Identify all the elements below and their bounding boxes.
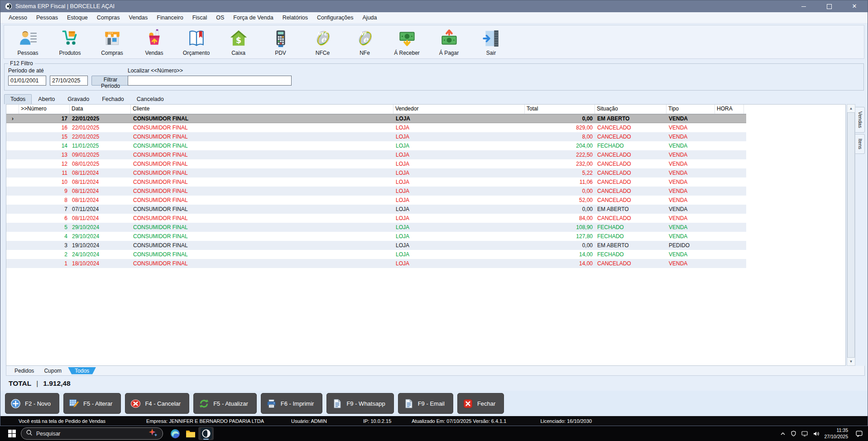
action-button-f2-novo[interactable]: F2 - Novo (5, 393, 59, 414)
menu-item-vendas[interactable]: Vendas (125, 13, 153, 22)
table-row[interactable]: 319/10/2024CONSUMIDOR FINALLOJA0,00EM AB… (6, 241, 746, 250)
scrollbar-thumb[interactable] (847, 112, 855, 358)
column-header-situacao[interactable]: Situação (595, 105, 667, 114)
start-button[interactable] (4, 430, 20, 437)
locate-number-input[interactable] (128, 76, 292, 86)
statusbar-item-0: Você está na tela de Pedido de Vendas (19, 418, 106, 424)
action-button-f5-atualizar[interactable]: F5 - Atualizar (193, 393, 257, 414)
shield-icon[interactable] (791, 431, 796, 436)
toolbar-button-a-receber[interactable]: Á Receber (386, 29, 428, 56)
table-row[interactable]: 1008/11/2024CONSUMIDOR FINALLOJA11,06CAN… (6, 177, 746, 187)
scroll-up-icon[interactable]: ▲ (847, 105, 855, 112)
toolbar-button-caixa[interactable]: $Caixa (217, 29, 259, 56)
erp-app-icon[interactable] (198, 427, 214, 440)
tab-gravado[interactable]: Gravado (61, 94, 96, 104)
menu-item-acesso[interactable]: Acesso (4, 13, 32, 22)
cell-total: 232,00 (525, 159, 595, 168)
maximize-button[interactable] (824, 0, 834, 12)
taskbar-clock[interactable]: 11:35 27/10/2025 (824, 427, 848, 440)
table-row[interactable]: 1622/01/2025CONSUMIDOR FINALLOJA829,00CA… (6, 123, 746, 132)
bottom-tab-pedidos[interactable]: Pedidos (11, 367, 38, 374)
tab-fechado[interactable]: Fechado (96, 94, 130, 104)
copilot-icon[interactable] (148, 428, 158, 440)
action-button-f9-email[interactable]: F9 - Email (398, 393, 453, 414)
notification-icon[interactable] (856, 430, 863, 437)
menu-item-financeiro[interactable]: Financeiro (152, 13, 187, 22)
toolbar-button-produtos[interactable]: Produtos (49, 29, 91, 56)
toolbar-button-pdv[interactable]: PDV (259, 29, 302, 56)
table-row[interactable]: 1411/01/2025CONSUMIDOR FINALLOJA204,00FE… (6, 141, 746, 150)
close-button[interactable]: ✕ (849, 0, 859, 12)
menu-item-os[interactable]: OS (211, 13, 229, 22)
menu-item-fiscal[interactable]: Fiscal (188, 13, 212, 22)
table-row[interactable]: ›1722/01/2025CONSUMIDOR FINALLOJA0,00EM … (6, 114, 746, 123)
table-row[interactable]: 1108/11/2024CONSUMIDOR FINALLOJA5,22CANC… (6, 168, 746, 177)
column-header-hora[interactable]: HORA (715, 105, 744, 114)
taskbar-search[interactable]: Pesquisar (21, 427, 163, 440)
vertical-scrollbar[interactable]: ▲ ▼ (847, 104, 855, 366)
tab-aberto[interactable]: Aberto (32, 94, 61, 104)
cell-tipo: VENDA (667, 196, 715, 205)
table-row[interactable]: 224/10/2024CONSUMIDOR FINALLOJA14,00FECH… (6, 250, 746, 259)
file-explorer-icon[interactable] (183, 427, 198, 440)
action-label: F6 - Imprimir (281, 400, 314, 407)
toolbar-button-nfe[interactable]: NFeNFe (344, 29, 386, 56)
action-button-f9-whatsapp[interactable]: F9 - Whatsapp (326, 393, 393, 414)
action-button-f5-alterar[interactable]: F5 - Alterar (63, 393, 121, 414)
search-label: Localizar <<Número>> (128, 67, 183, 74)
side-tab-itens[interactable]: Itens (855, 134, 865, 154)
pos-terminal-icon (271, 29, 290, 48)
table-row[interactable]: 608/11/2024CONSUMIDOR FINALLOJA84,00CANC… (6, 214, 746, 223)
column-header-numero[interactable]: >>Número (19, 105, 70, 114)
action-button-fechar[interactable]: Fechar (457, 393, 504, 414)
cell-data: 08/11/2024 (70, 196, 131, 205)
menu-item-ajuda[interactable]: Ajuda (358, 13, 382, 22)
toolbar-button-orcamento[interactable]: Orçamento (175, 29, 217, 56)
table-row[interactable]: 1309/01/2025CONSUMIDOR FINALLOJA222,50CA… (6, 150, 746, 159)
table-row[interactable]: 707/11/2024CONSUMIDOR FINALLOJA0,00EM AB… (6, 205, 746, 214)
menu-item-compras[interactable]: Compras (92, 13, 125, 22)
table-row[interactable]: 1208/01/2025CONSUMIDOR FINALLOJA232,00CA… (6, 159, 746, 168)
action-button-f6-imprimir[interactable]: F6 - Imprimir (261, 393, 323, 414)
side-tab-vendas[interactable]: Vendas (855, 107, 865, 133)
cell-vendedor: LOJA (393, 123, 525, 132)
minimize-button[interactable] (799, 0, 809, 12)
volume-icon[interactable] (813, 431, 819, 436)
column-header-tipo[interactable]: Tipo (667, 105, 715, 114)
table-row[interactable]: 908/11/2024CONSUMIDOR FINALLOJA0,00CANCE… (6, 187, 746, 196)
nfce-icon: NFCe (313, 29, 332, 48)
toolbar-button-sair[interactable]: Sair (470, 29, 512, 56)
menu-item-configuracoes[interactable]: Configurações (312, 13, 358, 22)
network-icon[interactable] (801, 431, 808, 436)
table-row[interactable]: 1522/01/2025CONSUMIDOR FINALLOJA8,00CANC… (6, 132, 746, 141)
scroll-down-icon[interactable]: ▼ (847, 358, 855, 365)
chevron-up-icon[interactable] (780, 431, 786, 436)
bottom-tab-todos[interactable]: Todos (68, 367, 96, 374)
bottom-tab-cupom[interactable]: Cupom (40, 367, 65, 374)
table-row[interactable]: 529/10/2024CONSUMIDOR FINALLOJA108,90FEC… (6, 223, 746, 232)
tab-todos[interactable]: Todos (4, 94, 32, 104)
toolbar-button-vendas[interactable]: Vendas (133, 29, 175, 56)
column-header-cliente[interactable]: Cliente (131, 105, 393, 114)
table-row[interactable]: 429/10/2024CONSUMIDOR FINALLOJA127,80FEC… (6, 232, 746, 241)
table-row[interactable]: 808/11/2024CONSUMIDOR FINALLOJA52,00CANC… (6, 196, 746, 205)
column-header-total[interactable]: Total (525, 105, 595, 114)
date-to-input[interactable] (50, 76, 88, 86)
menu-item-pessoas[interactable]: Pessoas (32, 13, 62, 22)
svg-text:e: e (363, 34, 369, 44)
toolbar-button-pessoas[interactable]: Pessoas (7, 29, 49, 56)
toolbar-button-compras[interactable]: Compras (91, 29, 133, 56)
tab-cancelado[interactable]: Cancelado (130, 94, 170, 104)
date-from-input[interactable] (8, 76, 46, 86)
toolbar-button-a-pagar[interactable]: Á Pagar (428, 29, 470, 56)
column-header-data[interactable]: Data (70, 105, 131, 114)
menu-item-forca-de-venda[interactable]: Força de Venda (229, 13, 278, 22)
column-header-vendedor[interactable]: Vendedor (393, 105, 525, 114)
menu-item-estoque[interactable]: Estoque (62, 13, 92, 22)
menu-item-relatorios[interactable]: Relatórios (278, 13, 312, 22)
edge-icon[interactable] (168, 427, 183, 440)
toolbar-button-nfce[interactable]: NFCeNFCe (302, 29, 344, 56)
filter-period-button[interactable]: Filtrar Período (91, 76, 129, 86)
action-button-f4-cancelar[interactable]: F4 - Cancelar (125, 393, 189, 414)
table-row[interactable]: 118/10/2024CONSUMIDOR FINALLOJA14,00CANC… (6, 259, 746, 268)
